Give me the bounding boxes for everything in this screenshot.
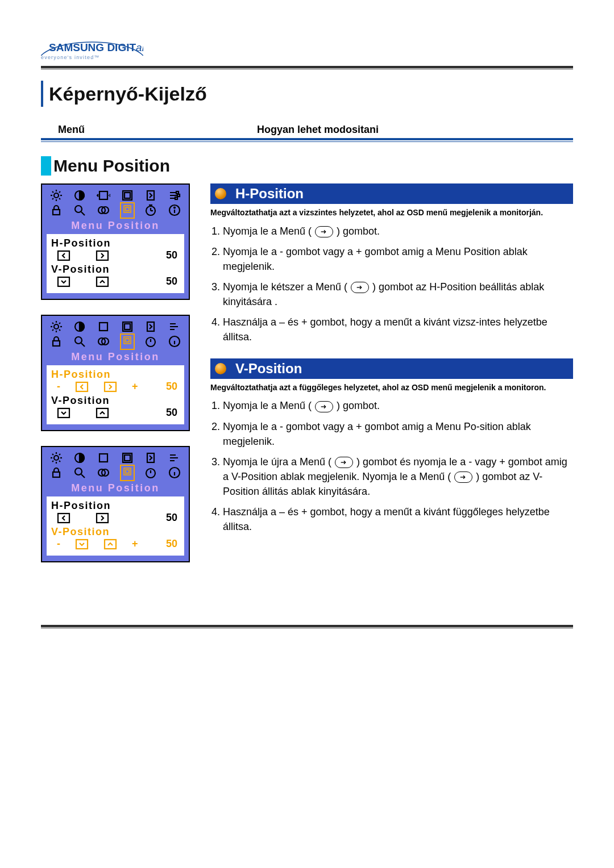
svg-point-32 <box>174 207 175 208</box>
svg-line-45 <box>59 323 60 324</box>
lock-icon <box>49 466 63 479</box>
vposition-steps: Nyomja le a Menű ( ) gombot. Nyomja le a… <box>210 398 573 534</box>
arrow-left-box-icon <box>75 381 89 393</box>
arrow-down-box-icon <box>75 539 89 550</box>
imagepos-icon <box>121 452 134 464</box>
svg-line-9 <box>52 198 53 199</box>
brightness-icon <box>49 189 63 202</box>
timer-icon <box>144 335 157 348</box>
column-headers: Menű Hogyan lehet modositani <box>41 124 573 140</box>
contrast-icon <box>73 452 86 464</box>
svg-rect-24 <box>124 206 131 212</box>
menupos-icon <box>121 335 134 348</box>
svg-rect-91 <box>58 514 69 523</box>
svg-line-7 <box>52 191 53 193</box>
svg-rect-47 <box>99 323 107 331</box>
timer-icon <box>144 466 157 479</box>
osd-hpos-label: H-Position <box>51 369 180 381</box>
svg-rect-15 <box>147 191 154 200</box>
vposition-desc: Megváltoztathatja azt a függőleges helyz… <box>210 382 573 393</box>
step-2: Nyomja le a - gombot vagy a + gombot ami… <box>223 419 573 449</box>
arrow-down-box-icon <box>57 407 70 419</box>
svg-rect-50 <box>147 322 154 331</box>
hsize-icon <box>97 452 110 464</box>
plus-icon: + <box>132 381 138 393</box>
bottom-rule <box>41 625 573 628</box>
svg-rect-78 <box>125 455 130 461</box>
timer-icon <box>144 204 157 216</box>
svg-rect-49 <box>125 324 130 329</box>
svg-rect-25 <box>126 207 129 211</box>
hposition-desc: Megváltoztathatja azt a vizszintes helyz… <box>210 207 573 218</box>
svg-point-81 <box>75 468 82 475</box>
info-icon <box>168 335 181 348</box>
arrow-up-box-icon <box>96 276 109 287</box>
step-4: Használja a – és + gombot, hogy a menűt … <box>223 315 573 344</box>
color-icon <box>97 204 110 216</box>
brightness-icon <box>49 452 63 464</box>
osd-panel-2: Menu Position H-Position - + 50 V-Positi… <box>41 315 190 431</box>
osd-vpos-value: 50 <box>166 276 177 287</box>
vposition-heading: V-Position <box>210 358 573 379</box>
menupos-icon <box>121 204 134 216</box>
imagepos-icon <box>121 320 134 333</box>
lock-icon <box>49 335 63 348</box>
osd-vpos-label: V-Position <box>51 526 180 538</box>
imagepos-icon <box>121 189 134 202</box>
menu-button-icon <box>351 282 369 293</box>
lock-icon <box>49 204 63 216</box>
osd-vpos-value: 50 <box>166 407 177 419</box>
menu-button-icon <box>315 226 333 237</box>
osd-vpos-label: V-Position <box>51 395 180 407</box>
svg-line-21 <box>81 212 85 215</box>
osd-hpos-label: H-Position <box>51 237 180 249</box>
col-header-howto: Hogyan lehet modositani <box>257 124 566 136</box>
svg-rect-57 <box>126 339 129 342</box>
step-text: ) gombot. <box>337 226 380 237</box>
svg-line-53 <box>81 343 85 347</box>
step-1: Nyomja le a Menű ( ) gombot. <box>223 398 573 413</box>
svg-point-66 <box>54 456 59 460</box>
reset-icon <box>144 452 157 464</box>
hposition-section: H-Position Megváltoztathatja azt a vizsz… <box>210 183 573 345</box>
svg-rect-34 <box>97 251 108 260</box>
svg-rect-17 <box>177 194 180 197</box>
zoom-icon <box>73 466 86 479</box>
arrow-down-box-icon <box>57 276 70 287</box>
osd-vpos-value: 50 <box>166 538 177 550</box>
osd-hpos-value: 50 <box>166 249 177 261</box>
svg-rect-86 <box>126 470 129 473</box>
step-3: Nyomja le újra a Menű ( ) gombot és nyom… <box>223 454 573 499</box>
svg-rect-85 <box>124 468 131 475</box>
arrow-up-box-icon <box>103 539 117 550</box>
osd-hpos-value: 50 <box>166 512 177 524</box>
osd-hpos-value: 50 <box>166 381 177 393</box>
menupos-icon <box>121 466 134 479</box>
svg-rect-92 <box>97 514 108 523</box>
svg-line-44 <box>52 329 53 331</box>
svg-line-42 <box>52 323 53 324</box>
svg-point-37 <box>54 324 59 329</box>
svg-point-2 <box>54 193 59 198</box>
adjust-icon <box>168 320 181 333</box>
info-icon <box>168 204 181 216</box>
osd-panel-1: Menu Position H-Position 50 V-Position <box>41 183 190 300</box>
minus-icon: - <box>57 381 60 393</box>
hposition-heading: H-Position <box>210 183 573 204</box>
osd-vpos-label: V-Position <box>51 264 180 276</box>
color-icon <box>97 466 110 479</box>
svg-line-74 <box>59 454 60 455</box>
hposition-steps: Nyomja le a Menű ( ) gombot. Nyomja le a… <box>210 224 573 345</box>
vposition-heading-text: V-Position <box>235 361 302 376</box>
svg-rect-14 <box>125 193 130 198</box>
svg-rect-33 <box>58 251 69 260</box>
arrow-left-box-icon <box>57 512 70 524</box>
menu-button-icon <box>315 401 333 412</box>
svg-rect-19 <box>53 210 60 215</box>
svg-rect-65 <box>97 408 108 418</box>
top-rule <box>41 66 573 69</box>
svg-rect-12 <box>99 191 107 199</box>
vposition-section: V-Position Megváltoztathatja azt a függő… <box>210 358 573 535</box>
svg-rect-18 <box>175 197 177 199</box>
svg-rect-35 <box>58 277 69 286</box>
